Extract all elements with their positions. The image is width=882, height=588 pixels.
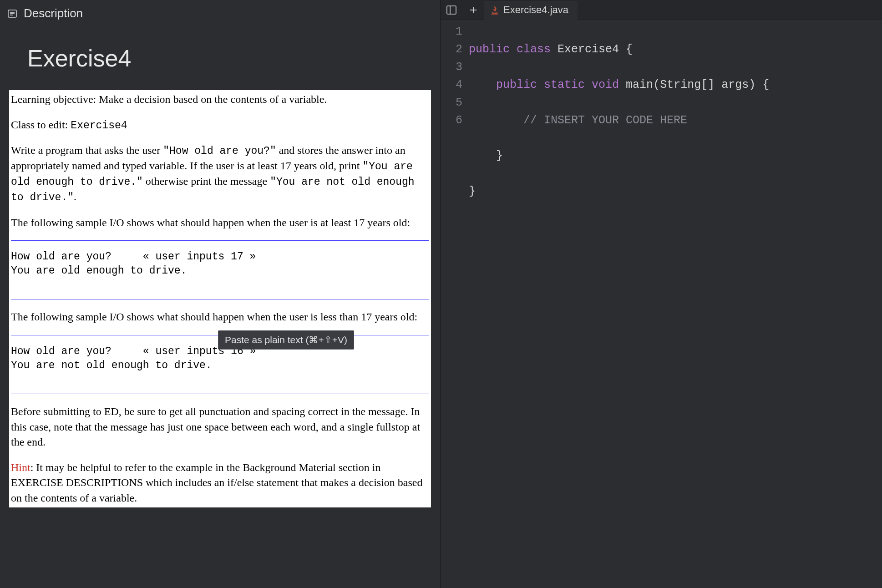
description-header-label: Description	[24, 6, 83, 20]
svg-point-9	[492, 14, 498, 15]
class-to-edit: Class to edit: Exercise4	[11, 117, 429, 133]
exercise-title: Exercise4	[27, 45, 440, 72]
code-line: }	[469, 182, 769, 200]
sample1-intro: The following sample I/O shows what shou…	[11, 215, 429, 231]
sample1-io: How old are you? « user inputs 17 » You …	[11, 240, 429, 299]
line-number: 6	[441, 112, 462, 129]
tab-exercise4-java[interactable]: Exercise4.java	[484, 0, 578, 20]
right-panel: Exercise4.java 1 2 3 4 5 6 public class …	[441, 0, 882, 588]
svg-point-8	[492, 12, 497, 14]
code-editor[interactable]: 1 2 3 4 5 6 public class Exercise4 { pub…	[441, 20, 882, 271]
line-number: 1	[441, 23, 462, 41]
tab-bar: Exercise4.java	[441, 0, 882, 20]
sample2-intro: The following sample I/O shows what shou…	[11, 309, 429, 325]
code-line	[469, 218, 769, 236]
title-section: Exercise4	[0, 27, 440, 90]
learning-objective-prefix: Learning objective:	[11, 93, 99, 105]
line-number: 5	[441, 94, 462, 112]
left-panel: Description Exercise4 Learning objective…	[0, 0, 441, 588]
description-header: Description	[0, 0, 440, 27]
tab-label: Exercise4.java	[503, 4, 568, 16]
code-line: public class Exercise4 {	[469, 41, 769, 58]
svg-rect-4	[447, 6, 456, 14]
paste-tooltip: Paste as plain text (⌘+⇧+V)	[218, 330, 354, 350]
hint-label: Hint	[11, 461, 30, 473]
hint-paragraph: Hint: It may be helpful to refer to the …	[11, 460, 429, 506]
learning-objective: Learning objective: Make a decision base…	[11, 92, 429, 107]
class-to-edit-name: Exercise4	[71, 120, 127, 132]
before-submit-note: Before submitting to ED, be sure to get …	[11, 404, 429, 450]
line-number: 4	[441, 76, 462, 94]
line-number: 2	[441, 41, 462, 58]
new-tab-button[interactable]	[462, 0, 484, 20]
instruction-paragraph: Write a program that asks the user "How …	[11, 143, 429, 205]
line-number: 3	[441, 58, 462, 76]
learning-objective-text: Make a decision based on the contents of…	[99, 93, 327, 105]
code-content[interactable]: public class Exercise4 { public static v…	[469, 23, 769, 271]
hint-text: : It may be helpful to refer to the exam…	[11, 461, 423, 504]
code-line: public static void main(String[] args) {	[469, 76, 769, 94]
panel-toggle-button[interactable]	[441, 0, 462, 20]
code-line: // INSERT YOUR CODE HERE	[469, 112, 769, 129]
java-file-icon	[491, 5, 499, 15]
document-area[interactable]: Learning objective: Make a decision base…	[9, 90, 431, 507]
code-line: }	[469, 147, 769, 165]
class-to-edit-prefix: Class to edit:	[11, 119, 71, 131]
description-icon	[6, 8, 18, 20]
line-number-gutter: 1 2 3 4 5 6	[441, 23, 469, 271]
